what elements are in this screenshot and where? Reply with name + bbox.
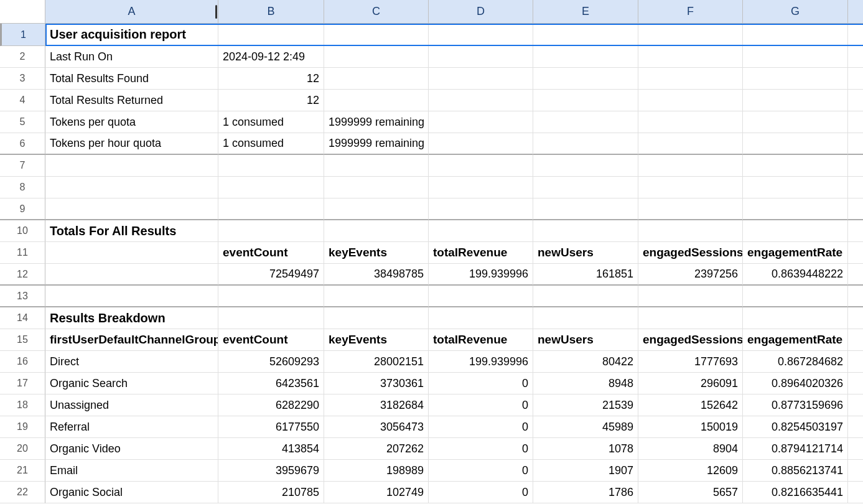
cell-f17[interactable]: 296091 — [638, 373, 743, 394]
row-header-1[interactable]: 1 — [0, 24, 45, 46]
cell-c3[interactable] — [324, 68, 429, 90]
cell-f22[interactable]: 5657 — [638, 482, 743, 503]
cell-e4[interactable] — [533, 90, 638, 111]
cell-c10[interactable] — [324, 220, 429, 242]
cell-e11[interactable]: newUsers — [533, 242, 638, 264]
cell-a5[interactable]: Tokens per quota — [45, 111, 218, 133]
cell-c2[interactable] — [324, 46, 429, 68]
cell-e9[interactable] — [533, 198, 638, 220]
column-header-e[interactable]: E — [533, 0, 638, 24]
cell-d9[interactable] — [429, 198, 533, 220]
cell-c18[interactable]: 3182684 — [324, 394, 429, 416]
select-all-corner[interactable] — [0, 0, 45, 24]
cell-b10[interactable] — [218, 220, 324, 242]
row-header-6[interactable]: 6 — [0, 133, 45, 155]
cell-b11[interactable]: eventCount — [218, 242, 324, 264]
cell-f4[interactable] — [638, 90, 743, 111]
cell-f16[interactable]: 1777693 — [638, 351, 743, 373]
cell-b18[interactable]: 6282290 — [218, 394, 324, 416]
row-header-12[interactable]: 12 — [0, 264, 45, 286]
cell-g5[interactable] — [743, 111, 848, 133]
row-header-5[interactable]: 5 — [0, 111, 45, 133]
cell-e7[interactable] — [533, 155, 638, 177]
cell-e12[interactable]: 161851 — [533, 264, 638, 286]
cell-g3[interactable] — [743, 68, 848, 90]
cell-e17[interactable]: 8948 — [533, 373, 638, 394]
cell-b4[interactable]: 12 — [218, 90, 324, 111]
cell-e2[interactable] — [533, 46, 638, 68]
row-header-9[interactable]: 9 — [0, 198, 45, 220]
cell-a10[interactable]: Totals For All Results — [45, 220, 218, 242]
cell-f2[interactable] — [638, 46, 743, 68]
cell-d13[interactable] — [429, 286, 533, 307]
cell-a2[interactable]: Last Run On — [45, 46, 218, 68]
cell-e15[interactable]: newUsers — [533, 329, 638, 351]
column-header-a[interactable]: A — [45, 0, 218, 24]
column-header-b[interactable]: B — [218, 0, 324, 24]
cell-c11[interactable]: keyEvents — [324, 242, 429, 264]
cell-d2[interactable] — [429, 46, 533, 68]
cell-d22[interactable]: 0 — [429, 482, 533, 503]
cell-a11[interactable] — [45, 242, 218, 264]
cell-b3[interactable]: 12 — [218, 68, 324, 90]
cell-b16[interactable]: 52609293 — [218, 351, 324, 373]
cell-a1[interactable]: User acquisition report — [45, 24, 218, 46]
cell-a18[interactable]: Unassigned — [45, 394, 218, 416]
cell-d21[interactable]: 0 — [429, 460, 533, 482]
cell-a9[interactable] — [45, 198, 218, 220]
cell-c19[interactable]: 3056473 — [324, 416, 429, 438]
cell-e10[interactable] — [533, 220, 638, 242]
cell-a20[interactable]: Organic Video — [45, 438, 218, 460]
cell-g15[interactable]: engagementRate — [743, 329, 848, 351]
cell-a21[interactable]: Email — [45, 460, 218, 482]
cell-e21[interactable]: 1907 — [533, 460, 638, 482]
cell-d17[interactable]: 0 — [429, 373, 533, 394]
cell-b12[interactable]: 72549497 — [218, 264, 324, 286]
cell-b5[interactable]: 1 consumed — [218, 111, 324, 133]
cell-a17[interactable]: Organic Search — [45, 373, 218, 394]
cell-e1[interactable] — [533, 24, 638, 46]
cell-f8[interactable] — [638, 177, 743, 198]
cell-d6[interactable] — [429, 133, 533, 155]
cell-a13[interactable] — [45, 286, 218, 307]
cell-d4[interactable] — [429, 90, 533, 111]
cell-d15[interactable]: totalRevenue — [429, 329, 533, 351]
cell-f3[interactable] — [638, 68, 743, 90]
cell-c16[interactable]: 28002151 — [324, 351, 429, 373]
cell-b20[interactable]: 413854 — [218, 438, 324, 460]
spreadsheet-grid[interactable]: A B C D E F G 1 User acquisition report … — [0, 0, 863, 503]
cell-d3[interactable] — [429, 68, 533, 90]
cell-g21[interactable]: 0.8856213741 — [743, 460, 848, 482]
row-header-4[interactable]: 4 — [0, 90, 45, 111]
row-header-16[interactable]: 16 — [0, 351, 45, 373]
cell-b13[interactable] — [218, 286, 324, 307]
cell-e20[interactable]: 1078 — [533, 438, 638, 460]
cell-c17[interactable]: 3730361 — [324, 373, 429, 394]
cell-e14[interactable] — [533, 307, 638, 329]
row-header-18[interactable]: 18 — [0, 394, 45, 416]
cell-f7[interactable] — [638, 155, 743, 177]
column-header-d[interactable]: D — [429, 0, 533, 24]
cell-c8[interactable] — [324, 177, 429, 198]
row-header-7[interactable]: 7 — [0, 155, 45, 177]
cell-b1[interactable] — [218, 24, 324, 46]
cell-a8[interactable] — [45, 177, 218, 198]
cell-f10[interactable] — [638, 220, 743, 242]
cell-a4[interactable]: Total Results Returned — [45, 90, 218, 111]
row-header-20[interactable]: 20 — [0, 438, 45, 460]
cell-b14[interactable] — [218, 307, 324, 329]
cell-g16[interactable]: 0.867284682 — [743, 351, 848, 373]
row-header-14[interactable]: 14 — [0, 307, 45, 329]
row-header-21[interactable]: 21 — [0, 460, 45, 482]
cell-g19[interactable]: 0.8254503197 — [743, 416, 848, 438]
cell-d10[interactable] — [429, 220, 533, 242]
cell-g6[interactable] — [743, 133, 848, 155]
cell-c1[interactable] — [324, 24, 429, 46]
row-header-3[interactable]: 3 — [0, 68, 45, 90]
cell-d11[interactable]: totalRevenue — [429, 242, 533, 264]
cell-b22[interactable]: 210785 — [218, 482, 324, 503]
cell-d14[interactable] — [429, 307, 533, 329]
cell-f15[interactable]: engagedSessions — [638, 329, 743, 351]
cell-c7[interactable] — [324, 155, 429, 177]
cell-b21[interactable]: 3959679 — [218, 460, 324, 482]
